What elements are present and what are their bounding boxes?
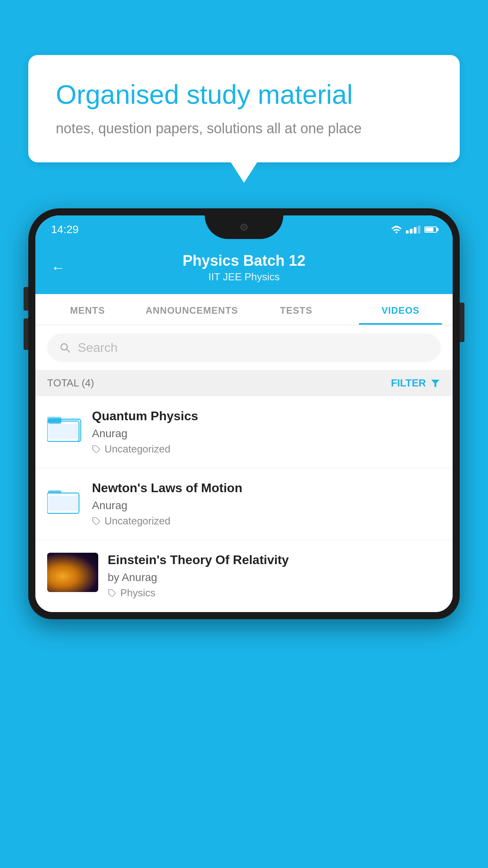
tab-videos[interactable]: VIDEOS [349,294,453,325]
filter-icon [430,378,441,389]
list-item[interactable]: Einstein's Theory Of Relativity by Anura… [35,540,453,612]
status-icons [391,225,437,234]
speech-bubble: Organised study material notes, question… [28,55,460,162]
tag-icon [92,517,101,526]
side-button-volume-up [24,287,28,311]
video-tag: Uncategorized [92,443,441,455]
folder-icon [47,484,83,515]
filter-button[interactable]: FILTER [391,377,441,389]
header-title-block: Physics Batch 12 IIT JEE Physics [77,252,411,283]
video-info: Quantum Physics Anurag Uncategorized [92,409,441,455]
video-author: Anurag [92,427,441,440]
video-tag: Uncategorized [92,515,441,527]
filter-bar: TOTAL (4) FILTER [35,370,453,396]
bubble-title: Organised study material [56,79,432,111]
folder-icon [47,412,83,443]
wifi-icon [391,225,402,234]
video-author: Anurag [92,499,441,512]
video-title: Einstein's Theory Of Relativity [108,553,441,567]
tabs-bar: MENTS ANNOUNCEMENTS TESTS VIDEOS [35,294,453,326]
svg-rect-8 [48,418,61,424]
side-button-power [460,303,464,342]
space-background [47,553,98,592]
phone-wrapper: 14:29 [28,208,460,868]
video-tag: Physics [108,587,441,599]
bubble-subtitle: notes, question papers, solutions all at… [56,120,432,137]
notch [205,215,283,239]
phone-outer: 14:29 [28,208,460,619]
signal-icon [406,226,420,234]
camera-dot [240,224,248,231]
total-count: TOTAL (4) [47,377,94,389]
video-info: Einstein's Theory Of Relativity by Anura… [108,553,441,599]
tab-tests[interactable]: TESTS [244,294,349,325]
tag-icon [108,589,116,598]
svg-rect-7 [48,424,78,439]
video-thumbnail [47,553,98,592]
status-time: 14:29 [51,223,79,236]
list-item[interactable]: Quantum Physics Anurag Uncategorized [35,396,453,468]
side-button-volume-down [24,318,28,350]
app-header: ← Physics Batch 12 IIT JEE Physics [35,244,453,294]
video-title: Newton's Laws of Motion [92,481,441,495]
video-list: Quantum Physics Anurag Uncategorized [35,396,453,612]
search-bar[interactable]: Search [47,333,441,362]
search-container: Search [35,326,453,370]
video-info: Newton's Laws of Motion Anurag Uncategor… [92,481,441,527]
tab-ments[interactable]: MENTS [35,294,140,325]
back-button[interactable]: ← [51,259,65,276]
search-icon [59,342,72,354]
svg-rect-12 [48,496,78,511]
header-title: Physics Batch 12 [77,252,411,269]
header-subtitle: IIT JEE Physics [77,271,411,283]
svg-marker-2 [431,379,440,387]
status-bar: 14:29 [35,215,453,244]
tab-announcements[interactable]: ANNOUNCEMENTS [140,294,244,325]
phone-screen: 14:29 [35,215,453,612]
speech-bubble-container: Organised study material notes, question… [28,55,460,162]
video-author: by Anurag [108,571,441,584]
search-placeholder: Search [78,340,117,355]
battery-icon [424,226,437,233]
tag-icon [92,445,101,454]
svg-line-1 [66,349,69,352]
video-title: Quantum Physics [92,409,441,423]
filter-label: FILTER [391,377,426,389]
list-item[interactable]: Newton's Laws of Motion Anurag Uncategor… [35,468,453,540]
